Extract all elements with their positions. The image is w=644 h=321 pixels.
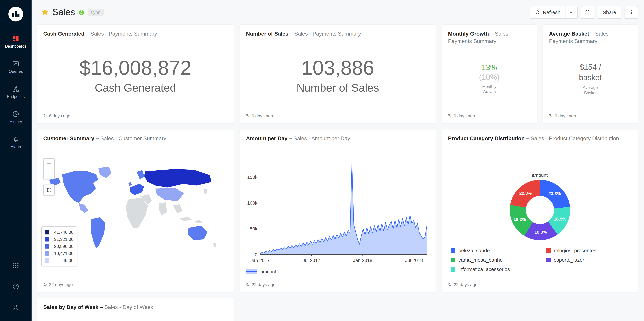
refresh-mini-icon: ↻ [43,282,47,287]
widget-title[interactable]: Product Category Distribution – Sales - … [442,129,638,142]
chart-legend-item-amount[interactable]: amount [246,269,276,274]
widgets-row-2: Customer Summary – Sales - Customer Summ… [37,129,638,292]
sidebar-item-label: Alerts [10,145,21,149]
sidebar-nav: Dashboards Queries Endpoints History [0,35,32,149]
legend-label: amount [260,269,276,274]
zoom-in-button[interactable]: + [44,159,54,169]
donut-hole [526,196,554,224]
donut-legend-item[interactable]: relogios_presentes [546,248,596,253]
widget-title[interactable]: Monthly Growth – Sales - Payments Summar… [442,25,536,45]
svg-text:Jul 2018: Jul 2018 [405,258,423,263]
donut-slice-label: 18.3% [534,230,547,235]
refresh-dropdown-button[interactable] [566,6,578,19]
queries-icon [12,60,20,67]
more-menu-button[interactable] [624,6,638,19]
widget-card-number-of-sales: Number of Sales – Sales - Payments Summa… [240,24,436,123]
svg-text:150k: 150k [247,175,258,180]
donut-slice-label: 23.3% [548,191,561,196]
legend-swatch [45,230,49,235]
donut-chart-title: amount [442,172,638,178]
counter: $154 / basket Average Basket [543,45,638,123]
widget-card-monthly-growth: Monthly Growth – Sales - Payments Summar… [442,24,537,123]
owner-tag[interactable]: flynn [88,9,104,16]
map-fullscreen-button[interactable] [43,184,55,196]
widget-card-product-category-distribution: Product Category Distribution – Sales - … [442,129,638,292]
sidebar-item-queries[interactable]: Queries [0,60,32,74]
refresh-mini-icon: ↻ [246,113,250,118]
refresh-mini-icon: ↻ [549,113,553,118]
counter: 13% (10%) Monthly Growth [442,45,536,123]
widget-updated: ↻ 6 days ago [43,113,70,118]
legend-label: beleza_saude [458,248,490,253]
donut-chart[interactable]: 23.3%16.9%18.3%19.2%22.3% [510,180,570,240]
widgets-row-1: Cash Generated – Sales - Payments Summar… [37,24,638,123]
kebab-icon [629,10,634,15]
svg-text:Jan 2017: Jan 2017 [250,258,270,263]
refresh-icon [535,10,540,15]
apps-grid-icon[interactable] [12,262,20,269]
widget-title[interactable]: Customer Summary – Sales - Customer Summ… [37,129,234,142]
expand-icon [46,187,52,192]
line-chart-area: 050k100k150kJan 2017Jul 2017Jan 2018Jul … [245,152,431,266]
donut-slice-label: 16.9% [554,217,566,222]
counter-value: $16,008,872 [79,56,191,79]
donut-legend-item[interactable]: informatica_acessorios [451,266,510,272]
widget-updated: ↻ 6 days ago [448,113,475,118]
legend-swatch [546,248,551,253]
sidebar-item-label: History [10,119,22,124]
widget-updated: ↻ 22 days ago [448,282,478,287]
widget-card-customer-summary: Customer Summary – Sales - Customer Summ… [37,129,234,292]
donut-legend-item[interactable]: cama_mesa_banho [451,257,510,263]
refresh-mini-icon: ↻ [448,113,452,118]
counter: 103,886 Number of Sales [240,37,436,123]
map-legend-row: 20,896.00 [45,244,74,249]
history-icon [12,110,20,118]
donut-legend-column-1: beleza_saude cama_mesa_banho informatica… [451,248,510,272]
page-header: Sales flynn Refresh [32,0,644,24]
donut-legend-item[interactable]: beleza_saude [451,248,510,253]
refresh-mini-icon: ↻ [246,282,250,287]
amount-per-day-chart[interactable]: 050k100k150kJan 2017Jul 2017Jan 2018Jul … [245,152,431,265]
counter-label: Average Basket [578,85,602,96]
zoom-out-button[interactable]: − [44,169,54,179]
widget-title[interactable]: Amount per Day – Sales - Amount per Day [240,129,436,142]
sidebar-item-alerts[interactable]: Alerts [0,135,32,149]
widget-updated: ↻ 22 days ago [43,282,73,287]
published-globe-icon [78,9,84,15]
widget-card-amount-per-day: Amount per Day – Sales - Amount per Day … [240,129,436,292]
refresh-split-button: Refresh [530,6,578,19]
map-zoom-controls: + − [43,158,55,196]
counter-label: Number of Sales [296,81,379,94]
widget-updated: ↻ 22 days ago [246,282,276,287]
counter-value: $154 / basket [572,62,609,83]
map-legend-row: 10,471.00 [45,251,74,256]
app-logo-icon[interactable] [8,6,24,22]
legend-swatch [546,258,551,262]
favorite-star-icon[interactable] [41,8,49,16]
sidebar-item-dashboards[interactable]: Dashboards [0,35,32,49]
widget-title[interactable]: Number of Sales – Sales - Payments Summa… [240,25,436,37]
sidebar-item-label: Queries [9,69,23,74]
expand-icon [585,10,590,15]
sidebar-item-history[interactable]: History [0,110,32,124]
legend-swatch [45,244,49,249]
counter-value: 13% [482,63,497,72]
widget-title[interactable]: Cash Generated – Sales - Payments Summar… [37,25,234,37]
map-legend-row: 46.00 [45,258,74,263]
fullscreen-button[interactable] [581,6,594,19]
sidebar-item-endpoints[interactable]: Endpoints [0,85,32,99]
refresh-button[interactable]: Refresh [530,6,566,19]
widget-title[interactable]: Average Basket – Sales - Payments Summar… [543,25,638,45]
share-button[interactable]: Share [598,6,621,19]
legend-label: relogios_presentes [554,248,596,253]
profile-icon[interactable] [12,304,20,311]
svg-text:100k: 100k [247,200,258,206]
chevron-down-icon [569,10,574,14]
widget-title[interactable]: Sales by Day of Week – Sales - Day of We… [37,298,234,311]
widget-updated: ↻ 6 days ago [549,113,576,118]
sidebar-item-label: Dashboards [5,44,26,49]
sidebar-item-label: Endpoints [7,94,25,99]
donut-legend-item[interactable]: esporte_lazer [546,257,596,263]
map-legend: 41,746.00 31,321.00 20,896.00 10,471.00 [41,226,77,266]
help-icon[interactable] [12,283,20,290]
